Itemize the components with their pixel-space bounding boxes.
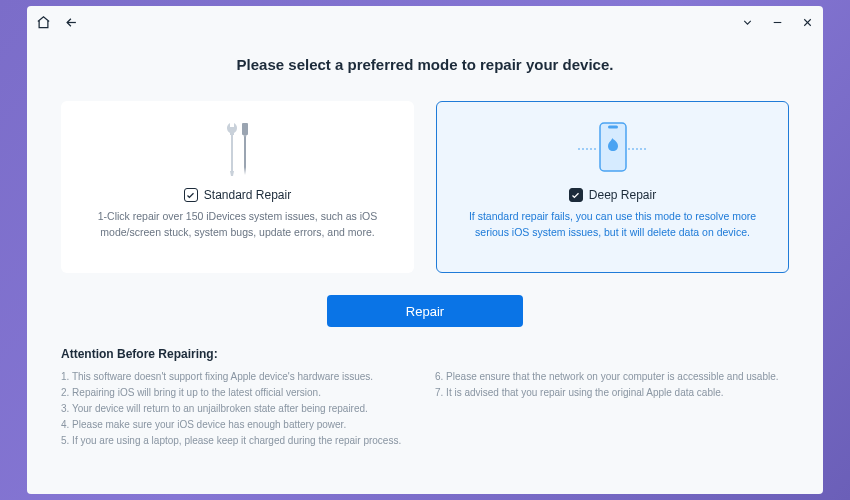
svg-rect-6 — [608, 126, 618, 129]
card-title-row: Deep Repair — [569, 188, 656, 202]
titlebar-left — [35, 14, 79, 30]
home-icon[interactable] — [35, 14, 51, 30]
titlebar-right — [739, 14, 815, 30]
card-title: Deep Repair — [589, 188, 656, 202]
card-title: Standard Repair — [204, 188, 291, 202]
attention-title: Attention Before Repairing: — [61, 347, 789, 361]
back-icon[interactable] — [63, 14, 79, 30]
checkbox-checked-icon[interactable] — [569, 188, 583, 202]
chevron-down-icon[interactable] — [739, 14, 755, 30]
page-heading: Please select a preferred mode to repair… — [27, 56, 823, 73]
minimize-icon[interactable] — [769, 14, 785, 30]
deep-repair-card[interactable]: Deep Repair If standard repair fails, yo… — [436, 101, 789, 273]
attention-section: Attention Before Repairing: 1. This soft… — [27, 327, 823, 449]
card-title-row: Standard Repair — [184, 188, 291, 202]
titlebar — [27, 6, 823, 38]
standard-repair-card[interactable]: Standard Repair 1-Click repair over 150 … — [61, 101, 414, 273]
repair-button[interactable]: Repair — [327, 295, 523, 327]
attention-item: 4. Please make sure your iOS device has … — [61, 417, 415, 433]
attention-columns: 1. This software doesn't support fixing … — [61, 369, 789, 449]
attention-item: 3. Your device will return to an unjailb… — [61, 401, 415, 417]
checkbox-unchecked-icon[interactable] — [184, 188, 198, 202]
tools-icon — [218, 120, 258, 178]
svg-rect-1 — [242, 123, 248, 135]
repair-button-row: Repair — [27, 295, 823, 327]
mode-cards: Standard Repair 1-Click repair over 150 … — [27, 101, 823, 273]
attention-item: 1. This software doesn't support fixing … — [61, 369, 415, 385]
svg-rect-0 — [231, 135, 233, 171]
attention-col-left: 1. This software doesn't support fixing … — [61, 369, 415, 449]
attention-item: 5. If you are using a laptop, please kee… — [61, 433, 415, 449]
card-description: If standard repair fails, you can use th… — [457, 209, 768, 241]
phone-icon — [578, 120, 648, 178]
attention-item: 6. Please ensure that the network on you… — [435, 369, 789, 385]
card-description: 1-Click repair over 150 iDevices system … — [82, 209, 393, 241]
app-window: Please select a preferred mode to repair… — [27, 6, 823, 494]
close-icon[interactable] — [799, 14, 815, 30]
attention-col-right: 6. Please ensure that the network on you… — [435, 369, 789, 449]
attention-item: 2. Repairing iOS will bring it up to the… — [61, 385, 415, 401]
svg-rect-2 — [244, 137, 246, 167]
attention-item: 7. It is advised that you repair using t… — [435, 385, 789, 401]
